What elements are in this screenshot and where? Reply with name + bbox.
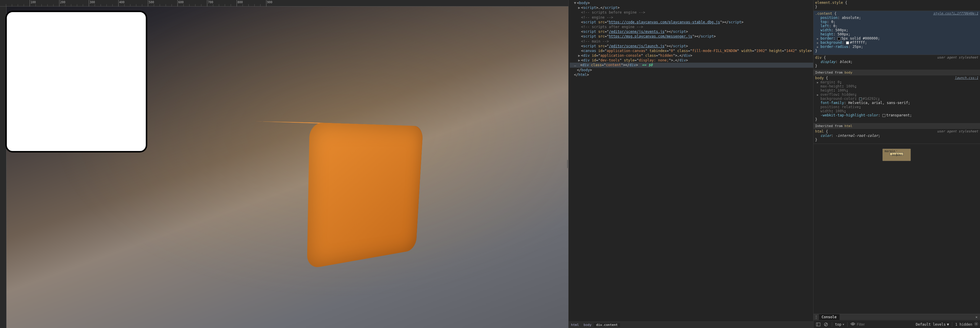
- css-rule[interactable]: user agent stylesheethtml {color: -inter…: [813, 129, 980, 144]
- ruler-horizontal[interactable]: 100200300400500600700800900: [0, 0, 568, 6]
- console-filter-input[interactable]: [857, 322, 914, 326]
- dom-tree[interactable]: ▼<body>▶<script>…</script><!-- scripts b…: [569, 0, 813, 322]
- source-link[interactable]: launch.css:1: [955, 76, 978, 80]
- console-tab[interactable]: Console: [819, 314, 840, 320]
- style-declaration[interactable]: background-color: #1d292c;: [815, 97, 978, 101]
- live-expression-icon[interactable]: [851, 322, 855, 326]
- breadcrumb-segment[interactable]: div.content: [594, 323, 620, 327]
- execution-context-value: top: [835, 322, 842, 326]
- dom-node[interactable]: <canvas id="application-canvas" tabindex…: [570, 49, 813, 53]
- console-drawer: ⋮ Console ✕ top ▼: [813, 314, 980, 328]
- console-tabs: ⋮ Console ✕: [813, 314, 980, 320]
- style-declaration[interactable]: -webkit-tap-highlight-color: transparent…: [815, 113, 978, 117]
- css-rule[interactable]: launch.css:1body {▶margin: 0;max-height:…: [813, 75, 980, 124]
- svg-rect-0: [816, 323, 820, 326]
- style-declaration[interactable]: max-height: 100%;: [815, 84, 978, 88]
- styles-panel: element.style {}style.css?i…1f770640e:1.…: [813, 0, 980, 328]
- execution-context-select[interactable]: top ▼: [835, 322, 844, 326]
- style-declaration[interactable]: position: relative;: [815, 105, 978, 109]
- style-declaration[interactable]: position: absolute;: [815, 16, 978, 20]
- dom-node[interactable]: <script src="https://msg.playcanvas.com/…: [570, 34, 813, 39]
- ua-stylesheet-note: user agent stylesheet: [937, 55, 978, 59]
- dom-node[interactable]: ▶<div id="dev-tools" style="display: non…: [570, 58, 813, 63]
- dom-node[interactable]: ▶<div id="application-console" class="hi…: [570, 53, 813, 58]
- style-declaration[interactable]: height: 100%;: [815, 88, 978, 92]
- breadcrumb-segment[interactable]: body: [581, 323, 594, 327]
- dom-node[interactable]: </html>: [570, 72, 813, 77]
- svg-point-4: [852, 323, 853, 325]
- style-declaration[interactable]: top: 0;: [815, 20, 978, 24]
- box-model[interactable]: margin-border5: [813, 144, 980, 163]
- inherited-from-bar: Inherited from body: [813, 70, 980, 75]
- svg-point-5: [975, 323, 977, 325]
- dom-node[interactable]: <script src="/editor/scene/js/events.js"…: [570, 29, 813, 34]
- style-declaration[interactable]: display: block;: [815, 60, 978, 64]
- ua-stylesheet-note: user agent stylesheet: [937, 130, 978, 133]
- hidden-messages-count[interactable]: 1 hidden: [955, 322, 972, 326]
- dom-node[interactable]: <script src="https://code.playcanvas.com…: [570, 20, 813, 25]
- style-declaration[interactable]: width: 500px;: [815, 28, 978, 32]
- style-declaration[interactable]: width: 100%;: [815, 109, 978, 113]
- console-close-icon[interactable]: ✕: [973, 315, 980, 319]
- styles-rules[interactable]: element.style {}style.css?i…1f770640e:1.…: [813, 0, 980, 314]
- style-declaration[interactable]: height: 500px;: [815, 32, 978, 36]
- svg-line-3: [825, 323, 827, 326]
- style-declaration[interactable]: color: -internal-root-color;: [815, 133, 978, 138]
- console-menu-icon[interactable]: ⋮: [813, 315, 819, 319]
- chevron-down-icon: ▼: [947, 322, 949, 326]
- clear-console-icon[interactable]: [823, 322, 829, 327]
- content-div-overlay[interactable]: [5, 11, 147, 152]
- style-declaration[interactable]: left: 0;: [815, 24, 978, 28]
- chevron-down-icon: ▼: [843, 323, 844, 326]
- dom-node[interactable]: <!-- scripts after engine -->: [570, 25, 813, 29]
- svg-line-12: [977, 322, 977, 323]
- dom-node[interactable]: …<div class="content"></div> == $0: [570, 63, 813, 67]
- style-declaration[interactable]: ▶border-radius: 25px;: [815, 44, 978, 49]
- style-declaration[interactable]: ▶background: #ffffff;: [815, 41, 978, 44]
- svg-line-13: [975, 325, 975, 325]
- css-rule[interactable]: user agent stylesheetdiv {display: block…: [813, 55, 980, 70]
- svg-line-11: [977, 325, 977, 325]
- style-declaration[interactable]: ▶margin: 0;: [815, 80, 978, 84]
- css-rule[interactable]: style.css?i…1f770640e:1.content {positio…: [813, 11, 980, 55]
- viewport: Z 100200300400500600700800900: [0, 0, 568, 328]
- cube-3d: Z: [273, 125, 406, 258]
- inherited-from-bar: Inherited from html: [813, 124, 980, 129]
- style-declaration[interactable]: ▶overflow: hidden;: [815, 92, 978, 97]
- svg-line-10: [975, 322, 975, 323]
- style-declaration[interactable]: font-family: Helvetica, arial, sans-seri…: [815, 101, 978, 105]
- dom-node[interactable]: <script src="/editor/scene/js/launch.js"…: [570, 44, 813, 49]
- style-declaration[interactable]: ▶border: 5px solid #000000;: [815, 36, 978, 41]
- source-link[interactable]: style.css?i…1f770640e:1: [933, 11, 978, 15]
- dom-node[interactable]: </body>: [570, 68, 813, 72]
- console-settings-icon[interactable]: [974, 322, 978, 327]
- dom-node[interactable]: <!-- scripts before engine -->: [570, 10, 813, 15]
- dom-node[interactable]: <!-- main -->: [570, 39, 813, 44]
- dom-node[interactable]: <!-- engine -->: [570, 15, 813, 20]
- elements-panel: ▼<body>▶<script>…</script><!-- scripts b…: [568, 0, 813, 328]
- console-toolbar: top ▼ Default levels ▼ 1 hidden: [813, 320, 980, 328]
- breadcrumb[interactable]: htmlbodydiv.content: [569, 322, 813, 328]
- log-levels-select[interactable]: Default levels ▼: [916, 322, 949, 326]
- dom-node[interactable]: ▼<body>: [570, 1, 813, 5]
- dom-node[interactable]: ▶<script>…</script>: [570, 5, 813, 10]
- panel-splitter[interactable]: [566, 159, 568, 169]
- breadcrumb-segment[interactable]: html: [569, 323, 581, 327]
- element-style-rule[interactable]: element.style {}: [813, 0, 980, 11]
- app-root: Z 100200300400500600700800900 ▼<body>▶<s…: [0, 0, 980, 328]
- console-sidebar-toggle-icon[interactable]: [815, 322, 821, 327]
